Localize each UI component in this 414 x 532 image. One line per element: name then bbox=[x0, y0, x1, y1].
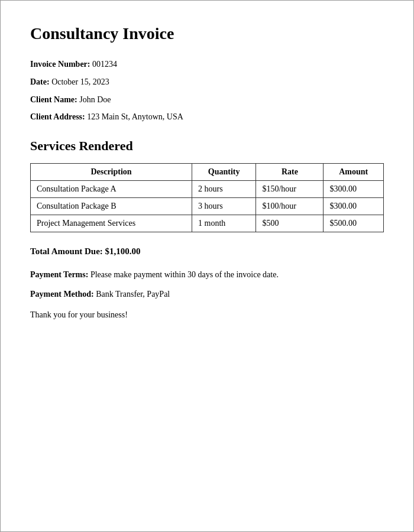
invoice-page: Consultancy Invoice Invoice Number: 0012… bbox=[0, 0, 414, 532]
date-label: Date: bbox=[30, 77, 50, 86]
payment-terms-value: Please make payment within 30 days of th… bbox=[90, 270, 279, 279]
thank-you-text: Thank you for your business! bbox=[30, 310, 384, 320]
cell-rate: $150/hour bbox=[256, 181, 324, 198]
client-address-row: Client Address: 123 Main St, Anytown, US… bbox=[30, 110, 384, 124]
cell-description: Project Management Services bbox=[31, 215, 192, 232]
client-name-label: Client Name: bbox=[30, 95, 77, 104]
payment-method-row: Payment Method: Bank Transfer, PayPal bbox=[30, 288, 384, 301]
payment-method-label: Payment Method: bbox=[30, 290, 94, 299]
cell-amount: $300.00 bbox=[324, 181, 384, 198]
col-header-rate: Rate bbox=[256, 164, 324, 181]
total-label: Total Amount Due: bbox=[30, 246, 103, 256]
col-header-quantity: Quantity bbox=[192, 164, 256, 181]
col-header-amount: Amount bbox=[324, 164, 384, 181]
date-value: October 15, 2023 bbox=[51, 77, 109, 86]
cell-quantity: 3 hours bbox=[192, 198, 256, 215]
table-header-row: Description Quantity Rate Amount bbox=[31, 164, 384, 181]
invoice-number-value: 001234 bbox=[92, 60, 117, 69]
cell-rate: $500 bbox=[256, 215, 324, 232]
cell-quantity: 1 month bbox=[192, 215, 256, 232]
cell-description: Consultation Package B bbox=[31, 198, 192, 215]
client-name-value: John Doe bbox=[79, 95, 111, 104]
table-row: Consultation Package B3 hours$100/hour$3… bbox=[31, 198, 384, 215]
invoice-number-row: Invoice Number: 001234 bbox=[30, 57, 384, 72]
total-line: Total Amount Due: $1,100.00 bbox=[30, 246, 384, 257]
col-header-description: Description bbox=[31, 164, 192, 181]
invoice-number-label: Invoice Number: bbox=[30, 60, 90, 69]
invoice-title: Consultancy Invoice bbox=[30, 24, 384, 43]
cell-rate: $100/hour bbox=[256, 198, 324, 215]
client-address-value: 123 Main St, Anytown, USA bbox=[87, 112, 183, 121]
cell-amount: $300.00 bbox=[324, 198, 384, 215]
date-row: Date: October 15, 2023 bbox=[30, 75, 384, 89]
cell-description: Consultation Package A bbox=[31, 181, 192, 198]
table-row: Project Management Services1 month$500$5… bbox=[31, 215, 384, 232]
services-table: Description Quantity Rate Amount Consult… bbox=[30, 163, 384, 232]
cell-amount: $500.00 bbox=[324, 215, 384, 232]
total-value: $1,100.00 bbox=[105, 246, 141, 256]
cell-quantity: 2 hours bbox=[192, 181, 256, 198]
payment-method-value: Bank Transfer, PayPal bbox=[96, 290, 170, 299]
client-name-row: Client Name: John Doe bbox=[30, 93, 384, 107]
table-row: Consultation Package A2 hours$150/hour$3… bbox=[31, 181, 384, 198]
payment-terms-label: Payment Terms: bbox=[30, 270, 88, 279]
services-section-title: Services Rendered bbox=[30, 138, 384, 154]
client-address-label: Client Address: bbox=[30, 112, 85, 121]
payment-terms-row: Payment Terms: Please make payment withi… bbox=[30, 268, 384, 281]
